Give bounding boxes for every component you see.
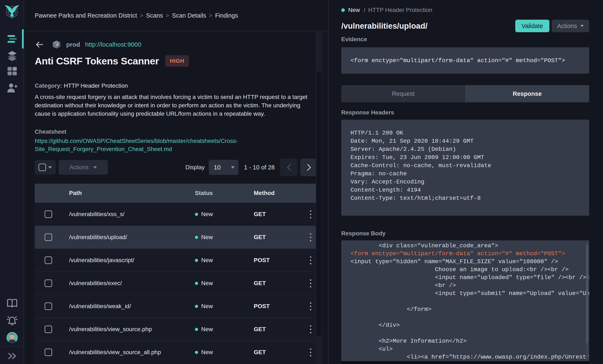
table-row[interactable]: /vulnerabilities/upload/NewGET [35,225,318,249]
row-path: /vulnerabilities/weak_id/ [62,303,188,310]
finding-detail-panel: New / HTTP Header Protection /vulnerabil… [328,0,603,364]
select-all-checkbox[interactable] [38,164,46,171]
breadcrumb-item[interactable]: Scans [146,12,163,19]
breadcrumb-separator: > [166,12,169,19]
row-method: GET [247,211,303,218]
detail-actions-button[interactable]: Actions [552,20,589,32]
row-checkbox[interactable] [45,349,52,356]
table-header-row: Path Status Method [35,184,318,202]
row-checkbox[interactable] [45,210,52,218]
response-header-line: Date: Mon, 21 Sep 2020 18:44:29 GMT [350,137,580,145]
status-dot-icon [195,236,198,239]
tab-response[interactable]: Response [465,85,589,102]
user-avatar[interactable] [0,332,24,343]
validate-button[interactable]: Validate [515,20,549,32]
back-button[interactable] [35,40,44,49]
sidebar-item-docs[interactable] [0,298,24,308]
bulk-actions-button[interactable]: Actions [59,160,108,175]
response-body-line: <li><a href="https://www.owasp.org/index… [350,353,580,361]
response-body-code: <div class="vulnerable_code_area"><form … [341,240,589,364]
column-header-method[interactable]: Method [247,190,303,197]
table-row[interactable]: /vulnerabilities/javascript/NewPOST [35,249,318,272]
sidebar-item-dashboard[interactable] [0,66,24,76]
panel-scrollbar-thumb[interactable] [317,72,321,336]
detail-category: HTTP Header Protection [368,7,432,13]
table-row[interactable]: /vulnerabilities/view_source.phpNewGET [35,318,318,341]
env-icon-wrap [52,40,61,49]
sidebar-item-users[interactable] [0,83,24,93]
response-header-line: HTTP/1.1 200 OK [350,129,580,137]
select-all-dropdown[interactable] [35,160,56,175]
breadcrumb-item[interactable]: Pawnee Parks and Recreation District [35,12,137,19]
findings-content: prod http://localhost:9000 Anti CSRF Tok… [24,32,328,364]
chevron-left-icon [286,164,292,171]
tab-request[interactable]: Request [341,85,465,102]
evidence-code-block: <form enctype="multipart/form-data" acti… [341,47,589,74]
sidebar-item-findings[interactable] [0,33,24,44]
response-body-label: Response Body [341,230,589,237]
chevron-down-icon [231,166,235,169]
findings-panel: Pawnee Parks and Recreation District>Sca… [24,0,328,364]
page-title: Anti CSRF Tokens Scanner [35,55,159,67]
row-method: POST [247,303,303,310]
environment-name: prod [66,41,80,48]
table-row[interactable]: /vulnerabilities/exec/NewGET [35,272,318,295]
response-header-line: Pragma: no-cache [350,170,580,178]
row-status-text: New [201,303,213,310]
response-body-line: <h2>More Information</h2> [350,337,580,345]
findings-table-body: /vulnerabilities/xss_s/NewGET/vulnerabil… [35,202,318,364]
row-path: /vulnerabilities/javascript/ [62,257,188,264]
sidebar-item-notifications[interactable] [0,315,24,326]
row-path: /vulnerabilities/xss_s/ [62,211,188,218]
table-row[interactable]: /vulnerabilities/view_source_all.phpNewG… [35,341,318,364]
app-logo[interactable] [4,3,20,22]
row-checkbox[interactable] [45,256,52,264]
breadcrumb-item[interactable]: Scan Details [172,12,206,19]
code-hscrollbar[interactable] [341,361,589,364]
previous-page-button[interactable] [280,159,298,176]
row-status-text: New [201,326,213,333]
column-header-status[interactable]: Status [188,190,247,197]
response-header-line: Expires: Tue, 23 Jun 2009 12:00:00 GMT [350,153,580,162]
response-body-line: <input type="submit" name="Upload" value… [350,289,580,298]
column-header-path[interactable]: Path [62,190,188,197]
row-checkbox[interactable] [45,302,52,310]
row-checkbox[interactable] [45,279,52,287]
response-body-line [350,329,580,337]
cheatsheet-link[interactable]: https://github.com/OWASP/CheatSheetSerie… [35,137,254,153]
grid-icon [7,66,17,76]
row-checkbox[interactable] [45,326,52,333]
row-status: New [188,303,247,310]
chevrons-right-icon [7,352,18,361]
code-scrollbar-thumb[interactable] [586,244,588,343]
cube-icon [52,40,61,49]
chevron-right-icon [306,164,312,171]
row-checkbox-cell [35,326,62,333]
finding-description: A cross-site request forgery is an attac… [35,93,310,118]
row-path: /vulnerabilities/view_source.php [62,326,188,333]
target-row: prod http://localhost:9000 [35,40,318,49]
status-dot-icon [195,259,198,262]
target-url-link[interactable]: http://localhost:9000 [85,41,141,48]
finding-title-row: Anti CSRF Tokens Scanner HIGH [35,55,318,67]
table-row[interactable]: /vulnerabilities/xss_s/NewGET [35,202,318,225]
category-line: Category: HTTP Header Protection [35,82,318,89]
breadcrumb-item[interactable]: Findings [215,12,238,19]
response-body-line: </div> [350,321,580,329]
row-checkbox[interactable] [45,233,52,241]
table-row[interactable]: /vulnerabilities/weak_id/NewPOST [35,295,318,318]
response-body-line: <form enctype="multipart/form-data" acti… [350,250,580,258]
row-method: GET [247,234,303,241]
row-status: New [188,211,247,218]
page-size-select[interactable]: 10 [209,160,238,175]
response-header-line: Content-Length: 4194 [350,186,580,194]
severity-badge: HIGH [165,55,189,67]
status-dot-icon [195,213,198,216]
breadcrumb-separator: > [209,12,212,19]
status-dot-icon [195,282,198,285]
sidebar-item-scans[interactable] [0,50,24,61]
display-label: Display [185,164,205,171]
response-body-line: <div class="vulnerable_code_area"> [350,242,580,250]
sidebar-collapse-button[interactable] [0,352,24,361]
next-page-button[interactable] [300,159,318,176]
